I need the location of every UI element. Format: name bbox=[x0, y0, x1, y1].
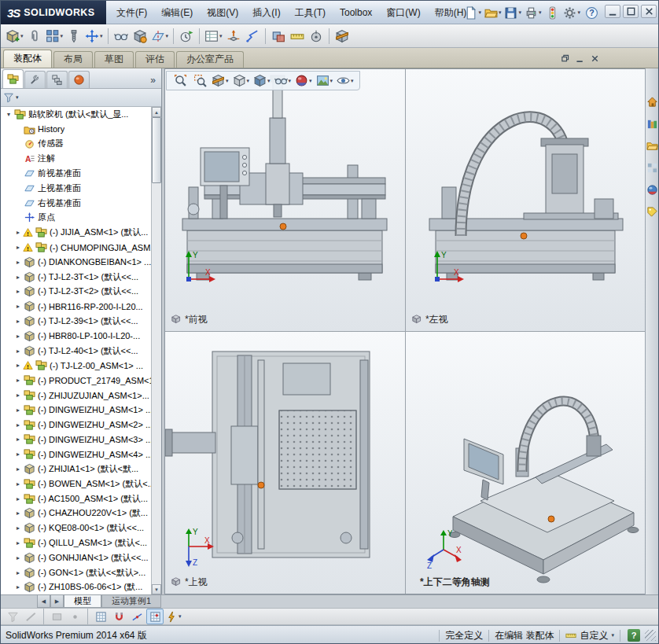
interference-detection-button[interactable] bbox=[269, 27, 288, 46]
expand-arrow[interactable]: ▸ bbox=[13, 495, 23, 502]
tree-item[interactable]: ▾贴软胶机 (默认<默认_显... bbox=[1, 107, 151, 122]
menu-insert[interactable]: 插入(I) bbox=[245, 4, 287, 22]
explode-line-sketch-button[interactable] bbox=[243, 27, 262, 46]
new-motion-study-button[interactable] bbox=[177, 27, 196, 46]
reference-geometry-button[interactable]: ▾ bbox=[149, 27, 171, 46]
close-button[interactable] bbox=[641, 5, 657, 18]
menu-view[interactable]: 视图(V) bbox=[200, 4, 245, 22]
design-library-tab[interactable] bbox=[646, 117, 658, 130]
expand-arrow[interactable]: ▸ bbox=[13, 407, 23, 414]
insert-components-button[interactable]: ▾ bbox=[4, 27, 25, 46]
dropdown-arrow[interactable]: ▾ bbox=[351, 78, 354, 84]
dropdown-arrow[interactable]: ▾ bbox=[226, 78, 229, 84]
viewport-left[interactable]: Y X *左视 bbox=[406, 69, 646, 331]
tab-assembly[interactable]: 装配体 bbox=[3, 50, 52, 68]
tree-item[interactable]: ▸(-) BOWEN_ASM<1> (默认<... bbox=[1, 477, 151, 491]
dropdown-arrow[interactable]: ▾ bbox=[219, 33, 223, 39]
dropdown-arrow[interactable]: ▾ bbox=[100, 33, 103, 39]
expand-arrow[interactable]: ▾ bbox=[4, 111, 13, 118]
expand-arrow[interactable]: ▸ bbox=[13, 318, 23, 325]
expand-arrow[interactable]: ▸ bbox=[13, 333, 23, 340]
expand-arrow[interactable]: ▸ bbox=[13, 244, 23, 251]
tab-sketch[interactable]: 草图 bbox=[94, 51, 134, 68]
dropdown-arrow[interactable]: ▾ bbox=[179, 613, 182, 620]
solidworks-resources-tab[interactable] bbox=[646, 95, 658, 108]
expand-arrow[interactable]: ▸ bbox=[13, 569, 23, 576]
custom-properties-tab[interactable] bbox=[646, 205, 658, 218]
expand-arrow[interactable]: ▸ bbox=[13, 303, 23, 310]
tab-scroll-right-button[interactable]: ▶ bbox=[50, 595, 64, 608]
bill-of-materials-button[interactable]: ▾ bbox=[203, 27, 224, 46]
filter-funnel-icon[interactable] bbox=[3, 92, 14, 103]
options-button[interactable]: ▾ bbox=[561, 3, 582, 22]
expand-arrow[interactable]: ▸ bbox=[13, 539, 23, 546]
tree-item[interactable]: History bbox=[1, 122, 151, 137]
display-style-button[interactable]: ▾ bbox=[252, 72, 272, 90]
dropdown-arrow[interactable]: ▾ bbox=[267, 78, 271, 84]
tree-item[interactable]: ▸(-) TJ-L2-3T<2> (默认<<... bbox=[1, 285, 151, 300]
viewport-top[interactable]: Y X Z *上视 bbox=[165, 332, 405, 594]
menu-file[interactable]: 文件(F) bbox=[109, 4, 154, 22]
tree-item[interactable]: ▸(-) KQE08-00<1> (默认<<... bbox=[1, 521, 151, 535]
tree-item[interactable]: ▸(-) GONHJIAN<1> (默认<<... bbox=[1, 550, 151, 565]
dropdown-arrow[interactable]: ▾ bbox=[309, 78, 312, 84]
maximize-button[interactable] bbox=[623, 5, 639, 18]
snap-to-grid-button[interactable] bbox=[146, 609, 164, 624]
expand-arrow[interactable]: ▸ bbox=[13, 466, 23, 473]
view-settings-button[interactable]: ▾ bbox=[335, 72, 355, 90]
zoom-to-area-button[interactable] bbox=[190, 72, 209, 90]
minimize-button[interactable] bbox=[605, 5, 620, 18]
tree-item[interactable]: ▸(-) ZHIJIA1<1> (默认<默... bbox=[1, 462, 151, 477]
scrollbar-thumb[interactable] bbox=[152, 117, 161, 183]
menu-tools[interactable]: 工具(T) bbox=[288, 4, 333, 22]
expand-arrow[interactable]: ▸ bbox=[13, 392, 23, 399]
tab-evaluate[interactable]: 评估 bbox=[135, 51, 175, 68]
resize-grip[interactable] bbox=[645, 630, 656, 641]
section-view-button[interactable]: ▾ bbox=[210, 72, 230, 90]
expand-arrow[interactable]: ▸ bbox=[13, 583, 23, 591]
dropdown-arrow[interactable]: ▾ bbox=[499, 9, 502, 16]
expand-arrow[interactable]: ▸ bbox=[13, 259, 23, 266]
tree-item[interactable]: 右视基准面 bbox=[1, 196, 151, 211]
tree-item[interactable]: ▸(-) TJ-L2-3T<1> (默认<<... bbox=[1, 270, 151, 285]
snap-to-lines-button[interactable] bbox=[128, 609, 145, 624]
menu-toolbox[interactable]: Toolbox bbox=[333, 5, 379, 20]
snap-to-points-button[interactable] bbox=[110, 609, 127, 624]
dropdown-arrow[interactable]: ▾ bbox=[577, 9, 580, 16]
tree-item[interactable]: A注解 bbox=[1, 151, 151, 166]
move-component-button[interactable]: ▾ bbox=[83, 27, 105, 46]
doc-minimize-button[interactable] bbox=[573, 53, 587, 64]
featuremanager-tab[interactable] bbox=[2, 69, 24, 88]
dropdown-arrow[interactable]: ▾ bbox=[330, 78, 333, 84]
configurationmanager-tab[interactable] bbox=[46, 71, 68, 88]
tree-item[interactable]: ▸(-) TJ-L2-39<1> (默认<<... bbox=[1, 314, 151, 329]
panel-expand-chevron[interactable]: » bbox=[150, 75, 160, 88]
help-badge[interactable]: ? bbox=[628, 629, 640, 642]
view-palette-tab[interactable] bbox=[646, 161, 658, 174]
tree-item[interactable]: 前视基准面 bbox=[1, 166, 151, 181]
dropdown-arrow[interactable]: ▾ bbox=[20, 33, 24, 39]
dropdown-arrow[interactable]: ▾ bbox=[289, 78, 292, 84]
measure-button[interactable] bbox=[288, 27, 307, 46]
menu-window[interactable]: 窗口(W) bbox=[379, 4, 427, 22]
exploded-view-button[interactable] bbox=[224, 27, 243, 46]
tree-item[interactable]: ▸(-) GON<1> (默认<<默认>... bbox=[1, 565, 151, 580]
scroll-up-button[interactable]: ▲ bbox=[152, 107, 161, 117]
tree-item[interactable]: ▸(-) ZHIJUZUJIAN_ASM<1>... bbox=[1, 388, 151, 403]
doc-tab-motion-study[interactable]: 运动算例1 bbox=[101, 595, 161, 608]
filter-dropdown-arrow[interactable]: ▾ bbox=[16, 94, 19, 101]
dropdown-arrow[interactable]: ▾ bbox=[539, 9, 542, 16]
tree-item[interactable]: ▸(-) DINGWEIZHU_ASM<2> ... bbox=[1, 418, 151, 432]
edit-appearance-button[interactable]: ▾ bbox=[293, 72, 314, 90]
hide-show-items-button[interactable]: ▾ bbox=[273, 72, 293, 90]
section-view-tool-button[interactable] bbox=[333, 27, 352, 46]
dropdown-arrow[interactable]: ▾ bbox=[166, 33, 169, 39]
filter-input[interactable] bbox=[20, 91, 159, 104]
tree-item[interactable]: ▸(-) DIANKONGBEIBAN<1> ... bbox=[1, 255, 151, 270]
tab-office-products[interactable]: 办公室产品 bbox=[176, 51, 244, 68]
dropdown-arrow[interactable]: ▾ bbox=[478, 9, 481, 16]
expand-arrow[interactable]: ▸ bbox=[13, 480, 23, 488]
propertymanager-tab[interactable] bbox=[24, 71, 46, 88]
file-explorer-tab[interactable] bbox=[646, 139, 658, 152]
expand-arrow[interactable]: ▸ bbox=[13, 377, 23, 384]
